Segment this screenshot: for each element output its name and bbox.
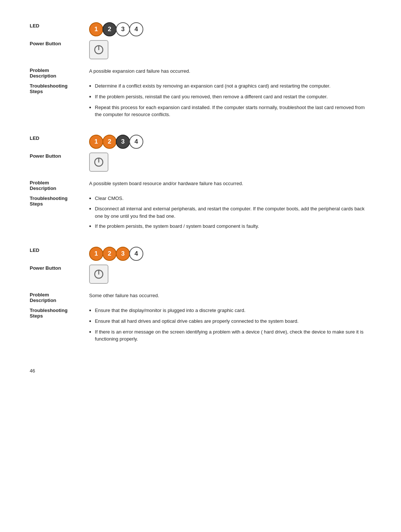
problem-description-label: ProblemDescription xyxy=(30,179,89,191)
led-circle-3: 3 xyxy=(116,135,130,149)
section-block-1: LED1234Power Button ProblemDescriptionA … xyxy=(30,22,371,121)
troubleshooting-step-1: Ensure that the display/monitor is plugg… xyxy=(89,307,371,315)
power-button-icon-container xyxy=(89,265,108,284)
problem-description-text: Some other failure has occurred. xyxy=(89,291,371,299)
led-circle-1: 1 xyxy=(89,135,103,149)
power-button-label: Power Button xyxy=(30,265,89,271)
led-indicators: 1234 xyxy=(89,247,371,261)
led-circle-3: 3 xyxy=(116,22,130,36)
led-circle-4: 4 xyxy=(129,22,143,36)
power-icon xyxy=(93,268,105,280)
troubleshooting-step-3: Repeat this process for each expansion c… xyxy=(89,104,371,118)
page-number: 46 xyxy=(30,368,371,374)
problem-description-text: A possible system board resource and/or … xyxy=(89,179,371,187)
led-label: LED xyxy=(30,247,89,253)
troubleshooting-label: TroubleshootingSteps xyxy=(30,307,89,319)
power-button-icon-container xyxy=(89,152,108,172)
troubleshooting-steps-list: Determine if a conflict exists by removi… xyxy=(89,82,371,118)
power-button-icon-container xyxy=(89,40,108,59)
led-circle-1: 1 xyxy=(89,247,103,261)
power-button-content xyxy=(89,40,371,59)
troubleshooting-row: TroubleshootingStepsClear CMOS.Disconnec… xyxy=(30,195,371,234)
led-indicators: 1234 xyxy=(89,135,371,149)
led-circle-4: 4 xyxy=(129,247,143,261)
led-circle-2: 2 xyxy=(102,247,117,261)
troubleshooting-step-1: Clear CMOS. xyxy=(89,195,371,203)
led-circle-3: 3 xyxy=(116,247,130,261)
power-icon xyxy=(93,156,105,168)
section-block-3: LED1234Power Button ProblemDescriptionSo… xyxy=(30,247,371,346)
led-row: LED1234 xyxy=(30,22,371,36)
led-circle-2: 2 xyxy=(102,135,117,149)
troubleshooting-row: TroubleshootingStepsEnsure that the disp… xyxy=(30,307,371,346)
led-indicators: 1234 xyxy=(89,22,371,36)
troubleshooting-step-2: If the problem persists, reinstall the c… xyxy=(89,93,371,101)
power-button-content xyxy=(89,265,371,284)
power-button-label: Power Button xyxy=(30,40,89,46)
problem-description-row: ProblemDescriptionSome other failure has… xyxy=(30,291,371,303)
led-label: LED xyxy=(30,135,89,141)
power-button-content xyxy=(89,152,371,172)
problem-description-label: ProblemDescription xyxy=(30,67,89,79)
troubleshooting-steps-list: Clear CMOS.Disconnect all internal and e… xyxy=(89,195,371,231)
troubleshooting-steps-content: Clear CMOS.Disconnect all internal and e… xyxy=(89,195,371,234)
troubleshooting-step-3: If the problem persists, the system boar… xyxy=(89,223,371,230)
troubleshooting-steps-list: Ensure that the display/monitor is plugg… xyxy=(89,307,371,343)
troubleshooting-row: TroubleshootingStepsDetermine if a confl… xyxy=(30,82,371,121)
led-circle-2: 2 xyxy=(102,22,117,36)
led-label: LED xyxy=(30,22,89,29)
power-icon xyxy=(93,44,105,56)
power-button-row: Power Button xyxy=(30,152,371,172)
power-button-label: Power Button xyxy=(30,152,89,159)
troubleshooting-step-1: Determine if a conflict exists by removi… xyxy=(89,82,371,90)
led-row: LED1234 xyxy=(30,135,371,149)
troubleshooting-label: TroubleshootingSteps xyxy=(30,82,89,94)
led-circle-4: 4 xyxy=(129,135,143,149)
problem-description-row: ProblemDescriptionA possible expansion c… xyxy=(30,67,371,79)
section-block-2: LED1234Power Button ProblemDescriptionA … xyxy=(30,135,371,234)
troubleshooting-step-3: If there is an error message on the scre… xyxy=(89,328,371,343)
problem-description-label: ProblemDescription xyxy=(30,291,89,303)
troubleshooting-step-2: Ensure that all hard drives and optical … xyxy=(89,318,371,325)
troubleshooting-step-2: Disconnect all internal and external per… xyxy=(89,205,371,220)
power-button-row: Power Button xyxy=(30,265,371,284)
troubleshooting-steps-content: Determine if a conflict exists by removi… xyxy=(89,82,371,121)
power-button-row: Power Button xyxy=(30,40,371,59)
led-row: LED1234 xyxy=(30,247,371,261)
troubleshooting-label: TroubleshootingSteps xyxy=(30,195,89,207)
troubleshooting-steps-content: Ensure that the display/monitor is plugg… xyxy=(89,307,371,346)
problem-description-row: ProblemDescriptionA possible system boar… xyxy=(30,179,371,191)
led-circle-1: 1 xyxy=(89,22,103,36)
problem-description-text: A possible expansion card failure has oc… xyxy=(89,67,371,75)
